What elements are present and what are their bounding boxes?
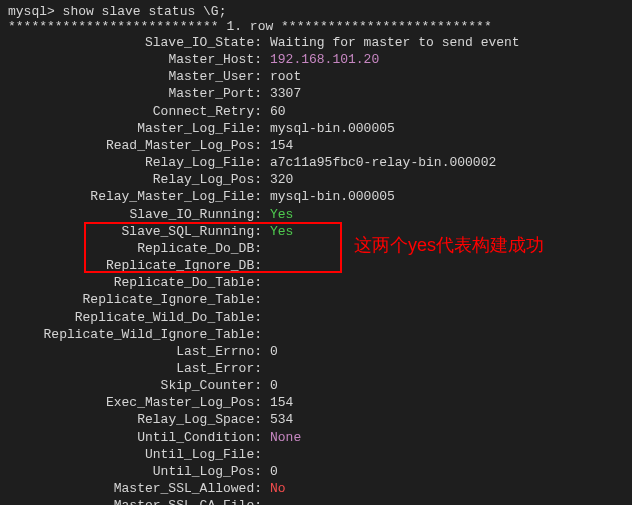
field-value	[262, 309, 270, 326]
field-label: Master_SSL_Allowed:	[8, 480, 262, 497]
status-row: Relay_Log_File:a7c11a95fbc0-relay-bin.00…	[8, 154, 624, 171]
field-value: No	[262, 480, 286, 497]
field-value	[262, 274, 270, 291]
field-value: 192.168.101.20	[262, 51, 379, 68]
status-row: Replicate_Ignore_DB:	[8, 257, 624, 274]
status-row: Master_SSL_CA_File:	[8, 497, 624, 505]
field-label: Last_Error:	[8, 360, 262, 377]
status-row: Last_Error:	[8, 360, 624, 377]
field-value: 534	[262, 411, 293, 428]
status-row: Relay_Log_Pos:320	[8, 171, 624, 188]
status-row: Until_Condition:None	[8, 429, 624, 446]
field-label: Read_Master_Log_Pos:	[8, 137, 262, 154]
field-value: root	[262, 68, 301, 85]
status-row: Relay_Log_Space:534	[8, 411, 624, 428]
field-label: Master_Log_File:	[8, 120, 262, 137]
field-value: None	[262, 429, 301, 446]
status-row: Connect_Retry:60	[8, 103, 624, 120]
status-row: Master_SSL_Allowed:No	[8, 480, 624, 497]
field-label: Relay_Log_File:	[8, 154, 262, 171]
field-label: Relay_Log_Pos:	[8, 171, 262, 188]
field-value	[262, 360, 270, 377]
status-row: Last_Errno:0	[8, 343, 624, 360]
field-value: 60	[262, 103, 286, 120]
field-value	[262, 497, 270, 505]
field-value: 154	[262, 394, 293, 411]
field-value	[262, 291, 270, 308]
field-label: Until_Condition:	[8, 429, 262, 446]
field-label: Relay_Master_Log_File:	[8, 188, 262, 205]
field-value: 0	[262, 463, 278, 480]
field-label: Slave_IO_Running:	[8, 206, 262, 223]
field-value	[262, 446, 270, 463]
field-value: mysql-bin.000005	[262, 120, 395, 137]
status-row: Relay_Master_Log_File:mysql-bin.000005	[8, 188, 624, 205]
field-label: Slave_IO_State:	[8, 34, 262, 51]
status-row: Replicate_Do_DB:	[8, 240, 624, 257]
status-row: Exec_Master_Log_Pos:154	[8, 394, 624, 411]
field-label: Replicate_Do_Table:	[8, 274, 262, 291]
field-label: Last_Errno:	[8, 343, 262, 360]
field-value: 0	[262, 343, 278, 360]
status-row: Master_Port:3307	[8, 85, 624, 102]
field-label: Until_Log_Pos:	[8, 463, 262, 480]
status-row: Replicate_Ignore_Table:	[8, 291, 624, 308]
field-value: Yes	[262, 206, 293, 223]
status-row: Read_Master_Log_Pos:154	[8, 137, 624, 154]
field-label: Skip_Counter:	[8, 377, 262, 394]
status-row: Slave_IO_Running:Yes	[8, 206, 624, 223]
field-label: Until_Log_File:	[8, 446, 262, 463]
field-value: mysql-bin.000005	[262, 188, 395, 205]
field-label: Exec_Master_Log_Pos:	[8, 394, 262, 411]
status-row: Master_Log_File:mysql-bin.000005	[8, 120, 624, 137]
field-label: Master_SSL_CA_File:	[8, 497, 262, 505]
field-value	[262, 257, 270, 274]
field-label: Master_User:	[8, 68, 262, 85]
field-label: Replicate_Wild_Do_Table:	[8, 309, 262, 326]
row-header: *************************** 1. row *****…	[8, 19, 624, 34]
status-row: Master_User:root	[8, 68, 624, 85]
field-label: Master_Host:	[8, 51, 262, 68]
status-rows: Slave_IO_State:Waiting for master to sen…	[8, 34, 624, 505]
status-row: Replicate_Wild_Ignore_Table:	[8, 326, 624, 343]
field-label: Replicate_Ignore_Table:	[8, 291, 262, 308]
field-label: Replicate_Do_DB:	[8, 240, 262, 257]
field-value: 154	[262, 137, 293, 154]
status-row: Slave_IO_State:Waiting for master to sen…	[8, 34, 624, 51]
status-row: Skip_Counter:0	[8, 377, 624, 394]
field-label: Relay_Log_Space:	[8, 411, 262, 428]
field-value	[262, 240, 270, 257]
field-label: Replicate_Wild_Ignore_Table:	[8, 326, 262, 343]
status-row: Until_Log_File:	[8, 446, 624, 463]
field-label: Slave_SQL_Running:	[8, 223, 262, 240]
status-row: Replicate_Do_Table:	[8, 274, 624, 291]
field-label: Replicate_Ignore_DB:	[8, 257, 262, 274]
field-value: 0	[262, 377, 278, 394]
status-row: Until_Log_Pos:0	[8, 463, 624, 480]
status-row: Replicate_Wild_Do_Table:	[8, 309, 624, 326]
mysql-prompt: mysql> show slave status \G;	[8, 4, 624, 19]
status-row: Master_Host:192.168.101.20	[8, 51, 624, 68]
field-value: a7c11a95fbc0-relay-bin.000002	[262, 154, 496, 171]
field-label: Connect_Retry:	[8, 103, 262, 120]
field-label: Master_Port:	[8, 85, 262, 102]
field-value: 3307	[262, 85, 301, 102]
field-value: Yes	[262, 223, 293, 240]
field-value: Waiting for master to send event	[262, 34, 520, 51]
status-row: Slave_SQL_Running:Yes	[8, 223, 624, 240]
field-value	[262, 326, 270, 343]
field-value: 320	[262, 171, 293, 188]
